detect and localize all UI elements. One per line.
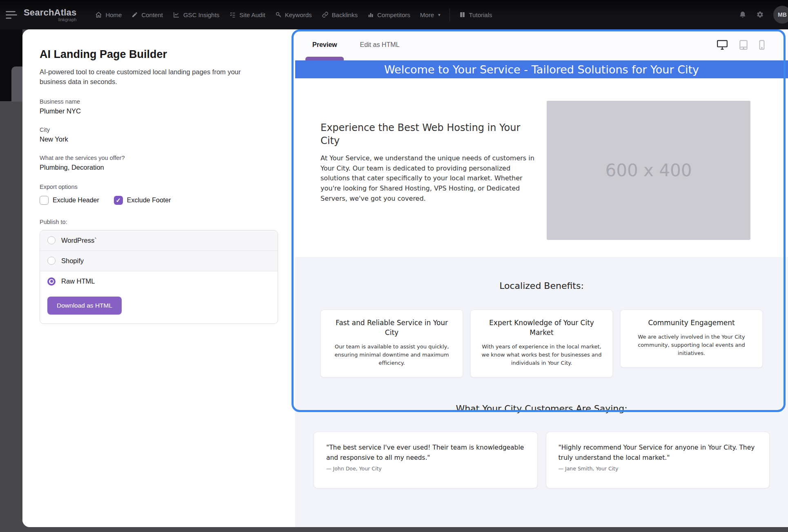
nav-item-more[interactable]: More ▾ [415,7,445,23]
benefits-section: Localized Benefits: Fast and Reliable Se… [295,257,788,377]
user-avatar[interactable]: MB [773,6,788,24]
nav-divider [450,9,450,21]
wordpress-label: WordPress` [61,237,97,244]
export-options-label: Export options [40,184,278,190]
notifications-bell-icon[interactable] [739,11,747,19]
business-name-label: Business name [40,98,278,105]
radio-selected[interactable] [47,277,56,286]
nav-item-label: Content [141,11,163,18]
nav-item-label: Site Audit [239,11,265,18]
brand-logo[interactable]: SearchAtlas linkgraph [24,7,76,22]
city-label: City [40,126,278,133]
caret-down-icon: ▾ [438,12,441,18]
page-title: AI Landing Page Builder [40,48,278,61]
key-icon [275,11,282,18]
benefit-card-body: Our team is available to assist you quic… [330,343,454,367]
testimonials-section: What Your City Customers Are Saying: "Th… [295,403,788,505]
testimonial-card: "Highly recommend Your Service for anyon… [546,432,770,488]
testimonials-heading: What Your City Customers Are Saying: [295,403,788,414]
raw-html-label: Raw HTML [61,277,95,285]
benefit-card-title: Expert Knowledge of Your City Market [480,318,603,338]
nav-item-label: Competitors [377,11,410,18]
city-field: City New York [40,126,278,143]
hero-text-block: Experience the Best Web Hosting in Your … [321,101,541,240]
exclude-header-label: Exclude Header [53,197,99,204]
business-name-field: Business name Plumber NYC [40,98,278,115]
publish-options-group: WordPress` Shopify Raw HTML Download as … [40,230,278,324]
testimonials-row: "The best service I've ever used! Their … [295,432,788,488]
nav-item-label: Keywords [285,11,312,18]
hero-section: Experience the Best Web Hosting in Your … [295,78,788,257]
landing-page-preview: Welcome to Your Service - Tailored Solut… [295,60,788,505]
nav-item-home[interactable]: Home [90,7,127,23]
services-field: What are the services you offer? Plumbin… [40,155,278,171]
nav-item-label: Home [105,11,122,18]
benefits-cards-row: Fast and Reliable Service in Your City O… [295,310,788,377]
nav-right: MB [739,0,788,29]
tab-label: Edit as HTML [360,41,399,49]
testimonial-quote: "The best service I've ever used! Their … [326,443,525,463]
benefits-heading: Localized Benefits: [295,281,788,291]
nav-items: Home Content GSC Insights Site Audit Key… [90,7,497,23]
tab-edit-as-html[interactable]: Edit as HTML [360,29,399,60]
nav-item-tutorials[interactable]: Tutorials [454,7,497,23]
nav-item-label: GSC Insights [183,11,219,18]
book-icon [459,11,466,18]
radio-unselected[interactable] [47,236,56,244]
tab-label: Preview [312,41,337,49]
mobile-device-icon[interactable] [759,40,765,50]
benefit-card-body: With years of experience in the local ma… [480,343,603,367]
exclude-footer-checkbox[interactable]: ✓ Exclude Footer [114,196,171,205]
desktop-device-icon[interactable] [716,40,728,50]
benefit-card-title: Fast and Reliable Service in Your City [330,318,454,338]
brand-name: SearchAtlas [24,7,76,18]
benefit-card: Fast and Reliable Service in Your City O… [321,310,463,377]
services-label: What are the services you offer? [40,155,278,161]
publish-option-wordpress[interactable]: WordPress` [40,231,278,251]
city-value: New York [40,135,278,143]
download-as-html-button[interactable]: Download as HTML [47,297,122,315]
tab-preview[interactable]: Preview [312,29,337,60]
nav-item-competitors[interactable]: Competitors [363,7,415,23]
builder-form-panel: AI Landing Page Builder AI-powered tool … [22,29,295,527]
benefit-card-title: Community Engagement [630,318,753,328]
shopify-label: Shopify [61,257,84,265]
testimonial-attribution: — Jane Smith, Your City [559,466,757,472]
services-value: Plumbing, Decoration [40,164,278,171]
settings-gear-icon[interactable] [756,11,764,19]
testimonial-quote: "Highly recommend Your Service for anyon… [559,443,757,463]
benefit-card: Expert Knowledge of Your City Market Wit… [470,310,613,377]
publish-option-raw-html[interactable]: Raw HTML [40,271,278,292]
bar-chart-icon [367,11,374,18]
hero-paragraph: At Your Service, we understand the uniqu… [321,153,539,204]
page-description: AI-powered tool to create customized loc… [40,67,268,87]
hero-heading: Experience the Best Web Hosting in Your … [321,121,541,148]
export-options-row: Exclude Header ✓ Exclude Footer [40,196,278,205]
device-toggle-group [716,29,765,60]
nav-item-backlinks[interactable]: Backlinks [317,7,363,23]
exclude-footer-label: Exclude Footer [127,197,171,204]
business-name-value: Plumber NYC [40,107,278,115]
home-icon [95,11,102,18]
publish-option-shopify[interactable]: Shopify [40,251,278,271]
nav-item-keywords[interactable]: Keywords [270,7,317,23]
preview-tabs-row: Preview Edit as HTML [295,29,788,60]
tablet-device-icon[interactable] [739,40,748,50]
radio-unselected[interactable] [47,257,56,265]
testimonial-attribution: — John Doe, Your City [326,466,525,472]
testimonial-card: "The best service I've ever used! Their … [314,432,538,488]
checkbox-checked[interactable]: ✓ [114,196,123,205]
landing-banner-heading: Welcome to Your Service - Tailored Solut… [295,60,788,78]
nav-item-content[interactable]: Content [127,7,168,23]
top-nav: SearchAtlas linkgraph Home Content GSC I… [0,0,788,29]
checkbox-unchecked[interactable] [40,196,49,205]
benefit-card-body: We are actively involved in the Your Cit… [630,333,753,357]
publish-to-label: Publish to: [40,219,278,225]
nav-item-label: More [420,11,434,18]
hamburger-menu-icon[interactable] [6,11,18,19]
link-icon [322,11,329,18]
nav-item-site-audit[interactable]: Site Audit [224,7,270,23]
benefit-card: Community Engagement We are actively inv… [620,310,763,368]
exclude-header-checkbox[interactable]: Exclude Header [40,196,99,205]
nav-item-gsc-insights[interactable]: GSC Insights [168,7,224,23]
